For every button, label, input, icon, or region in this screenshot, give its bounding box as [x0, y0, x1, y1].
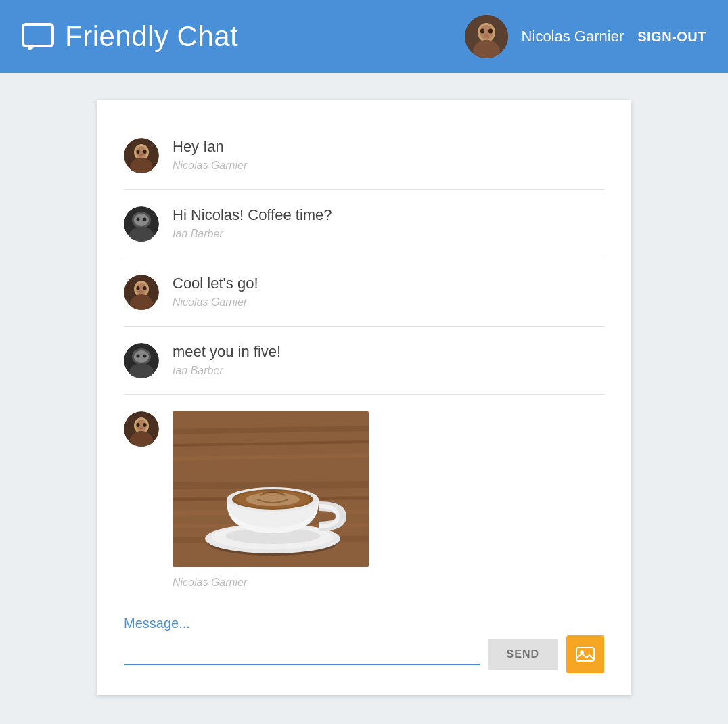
message-item: Hi Nicolas! Coffee time? Ian Barber — [124, 190, 604, 258]
avatar — [124, 411, 159, 447]
svg-point-31 — [134, 350, 149, 363]
message-content: Nicolas Garnier — [173, 411, 369, 589]
message-content: Hey Ian Nicolas Garnier — [173, 138, 247, 172]
svg-point-13 — [137, 150, 140, 154]
message-content: Cool let's go! Nicolas Garnier — [173, 275, 258, 309]
nicolas-avatar-3 — [124, 411, 159, 447]
svg-point-34 — [143, 355, 147, 358]
app-header: Friendly Chat Nicolas Garnier SIGN-OUT — [0, 0, 728, 73]
svg-point-20 — [137, 218, 140, 221]
svg-point-14 — [143, 150, 147, 154]
logo-area: Friendly Chat — [22, 20, 465, 53]
coffee-image — [173, 411, 369, 567]
message-author: Nicolas Garnier — [173, 576, 369, 589]
svg-point-7 — [488, 29, 493, 34]
svg-point-21 — [143, 218, 147, 221]
image-upload-button[interactable] — [566, 635, 604, 673]
input-area: Message... SEND — [97, 616, 631, 695]
message-author: Ian Barber — [173, 365, 281, 377]
image-icon — [576, 646, 595, 662]
main-content: Hey Ian Nicolas Garnier — [0, 73, 728, 722]
message-text: meet you in five! — [173, 343, 281, 361]
nicolas-avatar-2 — [124, 275, 159, 310]
message-item: Cool let's go! Nicolas Garnier — [124, 258, 604, 327]
message-input[interactable] — [124, 644, 480, 665]
svg-point-8 — [484, 34, 489, 37]
svg-rect-0 — [23, 24, 53, 46]
message-text: Hi Nicolas! Coffee time? — [173, 206, 332, 224]
avatar — [124, 343, 159, 378]
message-item: meet you in five! Ian Barber — [124, 327, 604, 395]
svg-marker-1 — [28, 46, 35, 50]
svg-point-41 — [139, 428, 143, 430]
chat-container: Hey Ian Nicolas Garnier — [97, 100, 631, 695]
message-item: Nicolas Garnier — [124, 395, 604, 605]
svg-point-40 — [143, 423, 147, 427]
ian-avatar — [124, 206, 159, 242]
chat-icon — [22, 23, 54, 50]
svg-line-43 — [173, 428, 369, 432]
avatar — [124, 206, 159, 242]
avatar — [124, 138, 159, 173]
app-title: Friendly Chat — [65, 20, 238, 53]
message-input-label: Message... — [124, 616, 604, 631]
message-text: Cool let's go! — [173, 275, 258, 292]
user-avatar-image — [465, 15, 508, 58]
svg-point-18 — [134, 214, 149, 226]
svg-point-39 — [137, 423, 140, 427]
header-avatar — [465, 15, 508, 58]
message-item: Hey Ian Nicolas Garnier — [124, 122, 604, 190]
header-username: Nicolas Garnier — [522, 28, 624, 45]
header-user-area: Nicolas Garnier SIGN-OUT — [465, 15, 706, 58]
message-content: Hi Nicolas! Coffee time? Ian Barber — [173, 206, 332, 240]
message-content: meet you in five! Ian Barber — [173, 343, 281, 377]
message-author: Ian Barber — [173, 228, 332, 240]
sign-out-button[interactable]: SIGN-OUT — [637, 29, 706, 45]
avatar — [124, 275, 159, 310]
svg-line-45 — [173, 484, 369, 486]
svg-point-15 — [139, 154, 143, 156]
message-text: Hey Ian — [173, 138, 247, 156]
svg-point-26 — [137, 286, 140, 290]
svg-rect-59 — [576, 648, 594, 661]
nicolas-avatar — [124, 138, 159, 173]
ian-avatar-2 — [124, 343, 159, 378]
svg-point-6 — [480, 29, 484, 34]
messages-area: Hey Ian Nicolas Garnier — [97, 100, 631, 616]
message-author: Nicolas Garnier — [173, 296, 258, 309]
svg-point-33 — [137, 355, 140, 358]
input-row: SEND — [124, 635, 604, 673]
svg-point-28 — [139, 291, 143, 293]
message-author: Nicolas Garnier — [173, 160, 247, 172]
svg-point-27 — [143, 286, 147, 290]
send-button[interactable]: SEND — [488, 639, 558, 670]
